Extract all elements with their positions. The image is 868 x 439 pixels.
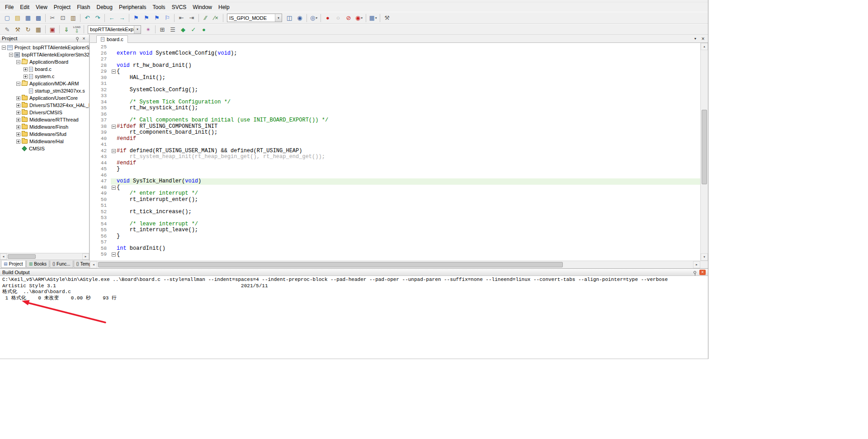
code-text[interactable]	[117, 81, 700, 87]
menu-window[interactable]: Window	[189, 3, 215, 11]
tab-board-c[interactable]: board.c	[96, 35, 128, 43]
scroll-thumb[interactable]	[98, 262, 563, 267]
fold-column[interactable]	[111, 124, 117, 130]
code-text[interactable]: /* leave interrupt */	[117, 221, 700, 228]
code-line-52[interactable]: 52 rt_tick_increase();	[90, 209, 700, 215]
code-text[interactable]: }	[117, 166, 700, 173]
indent-right-button[interactable]: ⇥	[187, 14, 197, 23]
code-text[interactable]: rt_hw_systick_init();	[117, 105, 700, 112]
code-text[interactable]	[117, 44, 700, 51]
code-text[interactable]: HAL_Init();	[117, 75, 700, 81]
pin-icon[interactable]	[74, 36, 80, 42]
expand-icon[interactable]	[16, 96, 20, 100]
expand-icon[interactable]	[16, 140, 20, 144]
scroll-down-icon[interactable]	[701, 253, 708, 261]
code-line-26[interactable]: 26extern void SystemClock_Config(void);	[90, 51, 700, 57]
load-application-button[interactable]: LOAD⇩	[72, 25, 82, 34]
collapse-icon[interactable]	[9, 53, 13, 57]
pack-installer-button[interactable]: ●	[199, 25, 209, 34]
collapse-icon[interactable]	[2, 46, 6, 50]
indent-left-button[interactable]: ⇤	[176, 14, 186, 23]
code-line-42[interactable]: 42#if defined(RT_USING_USER_MAIN) && def…	[90, 148, 700, 154]
line-number[interactable]: 51	[90, 203, 111, 209]
code-text[interactable]	[117, 56, 700, 63]
tree-item-middleware-rtthread[interactable]: Middleware/RTThread	[0, 116, 89, 123]
line-number[interactable]: 28	[90, 63, 111, 69]
project-panel-hscrollbar[interactable]	[0, 253, 89, 260]
code-line-44[interactable]: 44#endif	[90, 160, 700, 167]
line-number[interactable]: 49	[90, 191, 111, 197]
pin-icon[interactable]	[691, 269, 698, 275]
code-line-48[interactable]: 48{	[90, 185, 700, 191]
line-number[interactable]: 57	[90, 239, 111, 246]
code-text[interactable]: SystemClock_Config();	[117, 87, 700, 93]
open-file-button[interactable]: ▤	[13, 14, 23, 23]
code-line-31[interactable]: 31	[90, 81, 700, 87]
code-line-59[interactable]: 59{	[90, 252, 700, 258]
code-line-51[interactable]: 51	[90, 203, 700, 209]
line-number[interactable]: 37	[90, 117, 111, 124]
scroll-track[interactable]	[701, 50, 708, 253]
tree-item-system-c[interactable]: system.c	[0, 73, 89, 80]
find-text-combo[interactable]: IS_GPIO_MODE▾	[227, 14, 282, 22]
line-number[interactable]: 33	[90, 93, 111, 99]
expand-icon[interactable]	[16, 125, 20, 129]
tab-list-dropdown-icon[interactable]	[692, 36, 698, 42]
download-to-flash-button[interactable]: ⇓	[61, 25, 71, 34]
tree-item-application-board[interactable]: Application/Board	[0, 58, 89, 65]
code-line-40[interactable]: 40#endif	[90, 136, 700, 142]
code-line-28[interactable]: 28void rt_hw_board_init()	[90, 63, 700, 69]
line-number[interactable]: 36	[90, 112, 111, 118]
bookmark-previous-button[interactable]: ⚑	[142, 14, 151, 23]
code-text[interactable]: #endif	[117, 160, 700, 167]
configure-tools-button[interactable]: ⚒	[382, 14, 392, 23]
manage-project-items-button[interactable]: ☰	[168, 25, 178, 34]
code-line-38[interactable]: 38#ifdef RT_USING_COMPONENTS_INIT	[90, 124, 700, 130]
scroll-right-icon[interactable]	[82, 253, 89, 260]
combo-dropdown-icon[interactable]: ▾	[275, 14, 282, 22]
editor-horizontal-scrollbar[interactable]	[90, 261, 708, 268]
save-button[interactable]: ▦	[23, 14, 33, 23]
fold-collapse-icon[interactable]	[112, 252, 116, 257]
line-number[interactable]: 47	[90, 178, 111, 185]
code-text[interactable]: #ifdef RT_USING_COMPONENTS_INIT	[117, 124, 700, 130]
tree-item-project-bsprttalientekexplorerstm32f4[interactable]: Project: bspRTTAlientekExplorerStm32f4	[0, 44, 89, 51]
paste-button[interactable]: ▥	[68, 14, 78, 23]
panel-tab-func[interactable]: {}Func...	[50, 261, 73, 268]
code-text[interactable]	[117, 173, 700, 179]
code-text-area[interactable]: 2526extern void SystemClock_Config(void)…	[90, 43, 700, 261]
line-number[interactable]: 26	[90, 51, 111, 57]
code-line-34[interactable]: 34 /* System Tick Configuration */	[90, 99, 700, 106]
new-file-button[interactable]: ▢	[2, 14, 12, 23]
code-text[interactable]: extern void SystemClock_Config(void);	[117, 51, 700, 57]
scroll-thumb[interactable]	[702, 110, 707, 184]
tree-item-application-mdk-arm[interactable]: Application/MDK-ARM	[0, 80, 89, 87]
fold-column[interactable]	[111, 185, 117, 191]
code-line-55[interactable]: 55 rt_interrupt_leave();	[90, 227, 700, 234]
code-text[interactable]	[117, 93, 700, 99]
line-number[interactable]: 59	[90, 252, 111, 258]
line-number[interactable]: 53	[90, 215, 111, 221]
save-all-button[interactable]: ▩	[33, 14, 43, 23]
rebuild-all-button[interactable]: ↻	[23, 25, 33, 34]
code-text[interactable]: rt_interrupt_leave();	[117, 227, 700, 234]
code-line-43[interactable]: 43 rt_system_heap_init(rt_heap_begin_get…	[90, 154, 700, 160]
code-text[interactable]: /* Call components board initial (use IN…	[117, 117, 700, 124]
line-number[interactable]: 35	[90, 105, 111, 112]
code-line-33[interactable]: 33	[90, 93, 700, 99]
line-number[interactable]: 42	[90, 148, 111, 154]
code-text[interactable]	[117, 142, 700, 148]
panel-tab-project[interactable]: ▤Project	[1, 261, 26, 268]
combo-dropdown-icon[interactable]: ▾	[134, 26, 141, 33]
copy-button[interactable]: ⊡	[58, 14, 68, 23]
line-number[interactable]: 41	[90, 142, 111, 148]
code-text[interactable]: #if defined(RT_USING_USER_MAIN) && defin…	[117, 148, 700, 154]
collapse-icon[interactable]	[16, 82, 20, 86]
line-number[interactable]: 48	[90, 185, 111, 191]
fold-collapse-icon[interactable]	[112, 125, 116, 129]
code-line-25[interactable]: 25	[90, 44, 700, 51]
expand-icon[interactable]	[24, 67, 28, 71]
tree-item-board-c[interactable]: board.c	[0, 65, 89, 73]
tree-item-cmsis[interactable]: CMSIS	[0, 145, 89, 152]
line-number[interactable]: 43	[90, 154, 111, 160]
